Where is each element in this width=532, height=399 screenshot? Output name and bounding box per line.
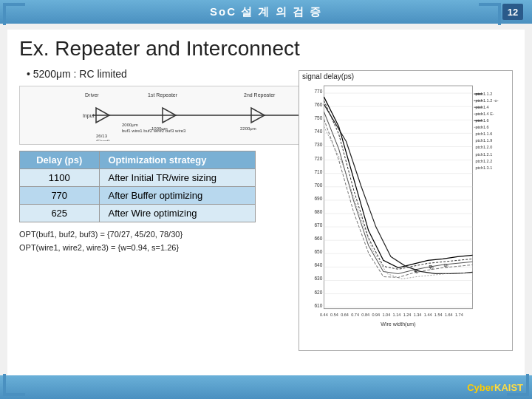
svg-text:670: 670 [315,222,323,228]
page-title: Ex. Repeater and Interconnect [19,37,513,61]
table-row-3-strategy: After Wire optimizing [99,205,256,222]
svg-text:1.34: 1.34 [414,313,422,317]
svg-text:680: 680 [315,209,323,214]
svg-text:0.54: 0.54 [330,313,338,317]
table-row-1-strategy: After Initial TR/wire sizing [99,169,256,187]
main-content: Ex. Repeater and Interconnect 5200μm : R… [7,30,525,393]
svg-text:730: 730 [315,142,323,147]
svg-text:ptch1.2.2: ptch1.2.2 [476,159,493,163]
svg-text:650: 650 [315,249,323,254]
svg-text:660: 660 [315,236,323,241]
svg-text:ptch1.2.1: ptch1.2.1 [476,152,493,157]
table-row-3-delay: 625 [20,205,100,222]
svg-text:2nd Repeater: 2nd Repeater [244,92,276,98]
svg-text:630: 630 [315,276,323,281]
table-header-strategy: Optimization strategy [99,151,256,169]
svg-text:ptch1.3.1: ptch1.3.1 [476,166,493,170]
svg-text:720: 720 [315,156,323,161]
slide-number: 12 [502,4,523,20]
svg-text:640: 640 [315,262,323,267]
svg-text:1st Repeater: 1st Repeater [148,92,178,98]
footer: CyberKAIST [0,375,532,399]
svg-text:710: 710 [315,169,323,174]
svg-text:1.74: 1.74 [455,313,463,317]
bracket-bl [3,374,25,396]
svg-text:ptch1.2.0: ptch1.2.0 [476,146,493,150]
svg-text:0.44: 0.44 [320,313,328,317]
svg-text:ptch1.1.6: ptch1.1.6 [476,132,493,136]
table-header-delay: Delay (ps) [20,151,100,169]
svg-text:1.44: 1.44 [424,313,432,317]
svg-text:750: 750 [315,115,323,120]
table-row-2-strategy: After Buffer optimizing [99,187,256,205]
svg-text:610: 610 [315,303,323,308]
svg-rect-17 [324,86,472,309]
svg-text:1000μm: 1000μm [151,126,168,131]
svg-text:Input: Input [83,113,95,119]
svg-text:0.94: 0.94 [372,313,380,317]
svg-text:2000μm: 2000μm [122,123,138,127]
svg-text:0.64: 0.64 [341,313,349,317]
svg-text:Driver: Driver [85,92,99,98]
svg-text:0.84: 0.84 [361,313,369,317]
table-row-1-delay: 1100 [20,169,100,187]
svg-text:760: 760 [315,102,323,107]
svg-text:1.64: 1.64 [445,313,453,317]
svg-text:740: 740 [315,129,323,134]
svg-text:ptch1.4 E-: ptch1.4 E- [476,112,494,116]
data-table: Delay (ps) Optimization strategy 1100 Af… [19,151,256,222]
svg-text:ptch1.1.9: ptch1.1.9 [476,138,493,143]
svg-text:700: 700 [315,183,323,188]
svg-text:690: 690 [315,196,323,201]
svg-text:Wire width(um): Wire width(um) [381,321,415,327]
svg-text:1.54: 1.54 [434,313,443,317]
svg-text:(Fixed): (Fixed) [96,139,110,141]
cyber-text: Cyber [467,382,494,393]
svg-text:1.24: 1.24 [403,313,412,317]
chart-area: signal delay(ps) 770 760 750 740 730 720… [299,70,513,351]
svg-text:620: 620 [315,290,323,295]
svg-text:26/13: 26/13 [96,134,108,138]
svg-text:0.74: 0.74 [351,313,359,317]
svg-text:1.04: 1.04 [382,313,390,317]
bracket-br [507,374,529,396]
table-row-2-delay: 770 [20,187,100,205]
chart-title: signal delay(ps) [299,71,512,82]
bracket-tl [3,3,25,25]
bracket-tr [479,3,501,25]
header-title: SoC 설 계 의 검 증 [210,5,322,19]
svg-text:770: 770 [315,89,323,94]
header: SoC 설 계 의 검 증 12 [0,0,532,24]
svg-text:2200μm: 2200μm [240,126,256,131]
svg-text:1.14: 1.14 [393,313,401,317]
